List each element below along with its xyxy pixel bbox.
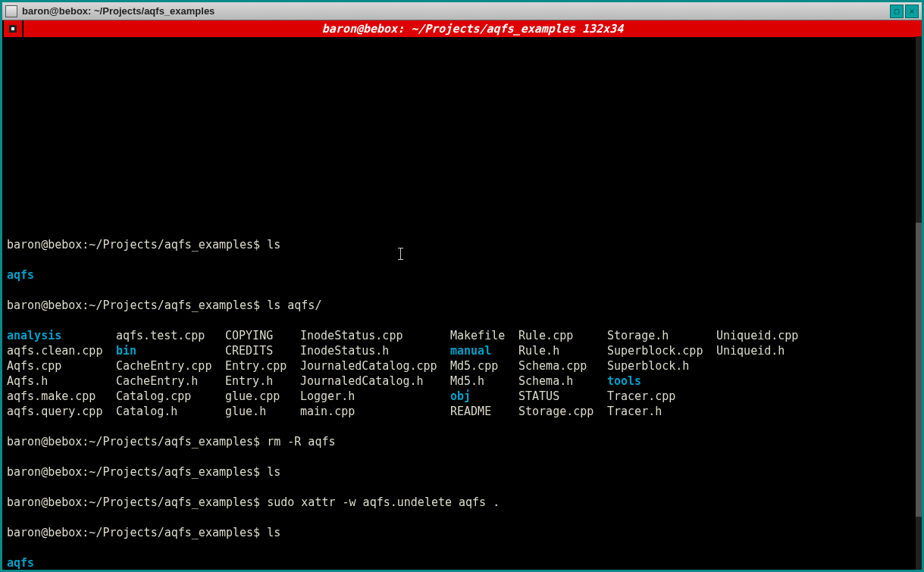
file-entry: Aqfs.h — [7, 374, 116, 389]
dir-entry: analysis — [7, 328, 116, 343]
window-title: baron@bebox: ~/Projects/aqfs_examples — [22, 5, 215, 17]
file-entry: main.cpp — [300, 404, 450, 419]
file-entry: aqfs.query.cpp — [7, 404, 116, 419]
file-entry: Superblock.h — [607, 358, 716, 374]
file-entry: glue.h — [225, 404, 300, 419]
prompt-line: baron@bebox:~/Projects/aqfs_examples$ ls… — [7, 298, 917, 313]
blank-line — [7, 55, 917, 70]
file-entry: Catalog.h — [116, 404, 225, 419]
dir-entry: manual — [450, 343, 518, 358]
file-entry: Makefile — [450, 328, 518, 343]
file-entry: CacheEntry.h — [116, 374, 225, 389]
file-entry: Uniqueid.cpp — [716, 328, 868, 343]
ls-column: Rule.cppRule.hSchema.cppSchema.hSTATUSSt… — [518, 328, 607, 419]
file-entry: COPYING — [225, 328, 300, 343]
dir-entry: aqfs — [7, 268, 34, 282]
ls-column: InodeStatus.cppInodeStatus.hJournaledCat… — [300, 328, 450, 419]
terminal-output[interactable]: baron@bebox:~/Projects/aqfs_examples$ ls… — [2, 37, 922, 572]
file-entry: README — [450, 404, 518, 419]
dir-entry: bin — [116, 343, 225, 358]
prompt-line: baron@bebox:~/Projects/aqfs_examples$ ls — [7, 237, 917, 252]
file-entry: Md5.h — [450, 374, 518, 389]
file-entry: JournaledCatalog.cpp — [300, 358, 450, 374]
ls-column: aqfs.test.cppbinCacheEntry.cppCacheEntry… — [116, 328, 225, 419]
file-entry: InodeStatus.cpp — [300, 328, 450, 343]
terminal-banner: baron@bebox: ~/Projects/aqfs_examples 13… — [23, 20, 922, 37]
terminal-banner-row: baron@bebox: ~/Projects/aqfs_examples 13… — [2, 20, 922, 37]
file-entry: CacheEntry.cpp — [116, 358, 225, 374]
file-entry: Rule.h — [518, 343, 607, 358]
file-entry: CREDITS — [225, 343, 300, 358]
ls-column: Storage.hSuperblock.cppSuperblock.htools… — [607, 328, 716, 419]
prompt-line: baron@bebox:~/Projects/aqfs_examples$ su… — [7, 495, 917, 510]
file-entry: Md5.cpp — [450, 358, 518, 374]
close-button[interactable]: ✕ — [905, 5, 919, 18]
blank-line — [7, 207, 917, 222]
file-entry: STATUS — [518, 389, 607, 404]
file-entry: Logger.h — [300, 389, 450, 404]
dir-entry: obj — [450, 389, 518, 404]
dir-entry: tools — [607, 374, 716, 389]
maximize-button[interactable]: ▢ — [890, 5, 904, 18]
ls-column: analysisaqfs.clean.cppAqfs.cppAqfs.haqfs… — [7, 328, 116, 419]
ls-column: COPYINGCREDITSEntry.cppEntry.hglue.cppgl… — [225, 328, 300, 419]
file-entry: Entry.cpp — [225, 358, 300, 374]
file-entry: aqfs.make.cpp — [7, 389, 116, 404]
ls-column: MakefilemanualMd5.cppMd5.hobjREADME — [450, 328, 518, 419]
file-entry: Schema.h — [518, 374, 607, 389]
file-entry: Tracer.h — [607, 404, 716, 419]
file-entry: aqfs.clean.cpp — [7, 343, 116, 358]
scrollbar[interactable] — [916, 36, 922, 570]
text-cursor-icon — [400, 248, 401, 260]
file-entry: Schema.cpp — [518, 358, 607, 374]
file-entry: glue.cpp — [225, 389, 300, 404]
file-entry: Storage.h — [607, 328, 716, 343]
system-menu-icon[interactable] — [5, 5, 17, 17]
tab-indicator-icon[interactable] — [4, 20, 22, 37]
window-controls: ▢ ✕ — [890, 5, 919, 18]
blank-line — [7, 86, 917, 101]
window-titlebar[interactable]: baron@bebox: ~/Projects/aqfs_examples ▢ … — [2, 2, 922, 20]
prompt-line: baron@bebox:~/Projects/aqfs_examples$ ls — [7, 464, 917, 480]
ls-column: Uniqueid.cppUniqueid.h — [716, 328, 868, 419]
blank-line — [7, 116, 917, 131]
file-entry: Aqfs.cpp — [7, 358, 116, 374]
ls-listing-1: analysisaqfs.clean.cppAqfs.cppAqfs.haqfs… — [7, 328, 917, 419]
blank-line — [7, 146, 917, 161]
scrollbar-thumb[interactable] — [916, 223, 922, 516]
prompt-line: baron@bebox:~/Projects/aqfs_examples$ rm… — [7, 434, 917, 449]
file-entry: Catalog.cpp — [116, 389, 225, 404]
file-entry: InodeStatus.h — [300, 343, 450, 358]
file-entry: Rule.cpp — [518, 328, 607, 343]
file-entry: Tracer.cpp — [607, 389, 716, 404]
dir-entry: aqfs — [7, 556, 34, 570]
file-entry: Entry.h — [225, 374, 300, 389]
file-entry: Storage.cpp — [518, 404, 607, 419]
file-entry: JournaledCatalog.h — [300, 374, 450, 389]
prompt-line: baron@bebox:~/Projects/aqfs_examples$ ls — [7, 525, 917, 540]
file-entry: Uniqueid.h — [716, 343, 868, 358]
file-entry: aqfs.test.cpp — [116, 328, 225, 343]
file-entry: Superblock.cpp — [607, 343, 716, 358]
blank-line — [7, 177, 917, 192]
